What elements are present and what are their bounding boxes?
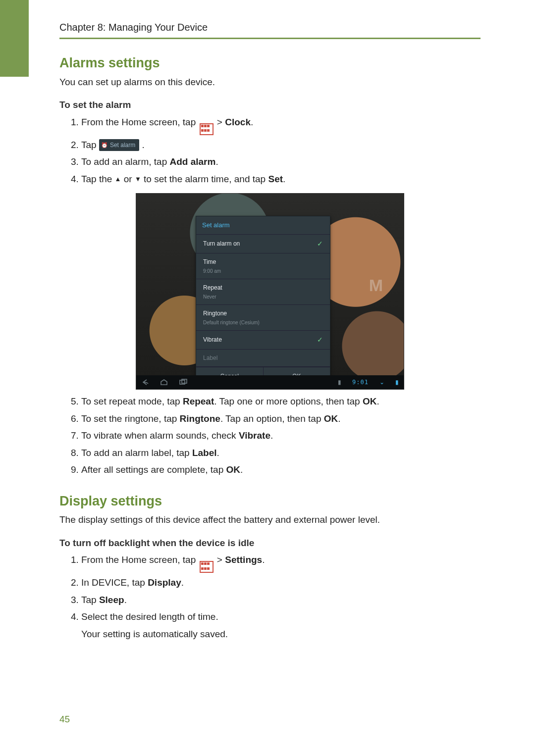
side-accent (0, 0, 29, 77)
clock-label: Clock (225, 117, 251, 127)
status-clock: 9:01 (352, 378, 369, 387)
set-alarm-screenshot: M Set alarm Turn alarm on ✓ Time9:00 am … (136, 193, 404, 390)
down-arrow-icon: ▼ (135, 175, 141, 183)
row-repeat[interactable]: RepeatNever (196, 279, 330, 305)
subheading-backlight: To turn off backlight when the device is… (59, 536, 481, 551)
dialog-title: Set alarm (196, 216, 330, 235)
back-icon[interactable] (141, 379, 149, 386)
row-time[interactable]: Time9:00 am (196, 253, 330, 279)
recents-icon[interactable] (179, 379, 188, 386)
watermark: M (369, 273, 384, 298)
alarm-steps: From the Home screen, tap > Clock. Tap S… (59, 115, 481, 187)
subheading-set-alarm: To set the alarm (59, 98, 481, 112)
row-label[interactable]: Label (196, 350, 330, 367)
step-2: Tap Set alarm . (81, 138, 481, 152)
display-steps: From the Home screen, tap > Settings. In… (59, 553, 481, 624)
alarm-steps-cont: To set repeat mode, tap Repeat. Tap one … (59, 395, 481, 477)
set-alarm-pill-icon: Set alarm (99, 139, 139, 151)
apps-grid-icon (200, 561, 214, 573)
step-8: To add an alarm label, tap Label. (81, 446, 481, 460)
step-6: To set the ringtone, tap Ringtone. Tap a… (81, 412, 481, 426)
heading-display-settings: Display settings (59, 491, 481, 511)
set-alarm-dialog: Set alarm Turn alarm on ✓ Time9:00 am Re… (196, 216, 330, 386)
step-3: To add an alarm, tap Add alarm. (81, 155, 481, 169)
home-icon[interactable] (160, 379, 168, 386)
apps-grid-icon (200, 123, 214, 135)
battery-icon-2: ▮ (395, 378, 399, 387)
wifi-icon: ⌄ (379, 378, 384, 387)
step-1: From the Home screen, tap > Clock. (81, 115, 481, 135)
chapter-header: Chapter 8: Managing Your Device (59, 20, 481, 39)
page-number: 45 (59, 712, 70, 727)
row-vibrate[interactable]: Vibrate ✓ (196, 331, 330, 350)
up-arrow-icon: ▲ (115, 175, 121, 183)
dstep-1: From the Home screen, tap > Settings. (81, 553, 481, 573)
step-5: To set repeat mode, tap Repeat. Tap one … (81, 395, 481, 409)
android-navbar: ▮ 9:01 ⌄ ▮ (136, 375, 404, 389)
battery-icon: ▮ (338, 378, 341, 387)
set-label: Set (268, 174, 283, 184)
dstep-4: Select the desired length of time. (81, 610, 481, 624)
checkmark-icon: ✓ (317, 335, 323, 345)
row-turn-alarm-on[interactable]: Turn alarm on ✓ (196, 235, 330, 253)
step-9: After all settings are complete, tap OK. (81, 463, 481, 477)
dstep-2: In DEVICE, tap Display. (81, 576, 481, 590)
heading-alarms-settings: Alarms settings (59, 53, 481, 73)
step-7: To vibrate when alarm sounds, check Vibr… (81, 429, 481, 443)
row-ringtone[interactable]: RingtoneDefault ringtone (Cesium) (196, 305, 330, 331)
alarms-intro: You can set up alarms on this device. (59, 75, 481, 90)
add-alarm-label: Add alarm (170, 156, 216, 167)
dstep-4-note: Your setting is automatically saved. (81, 627, 481, 642)
checkmark-icon: ✓ (317, 239, 323, 249)
dstep-3: Tap Sleep. (81, 593, 481, 607)
settings-label: Settings (225, 554, 262, 565)
display-intro: The display settings of this device affe… (59, 513, 481, 527)
step-4: Tap the ▲ or ▼ to set the alarm time, an… (81, 172, 481, 187)
